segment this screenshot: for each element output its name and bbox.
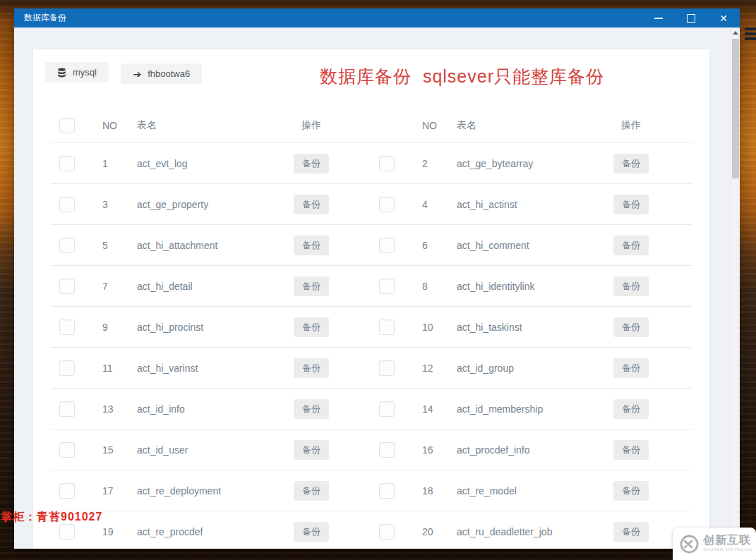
backup-button-left[interactable]: 备份 (294, 440, 329, 460)
window-title: 数据库备份 (24, 12, 66, 24)
row-table-name-left: act_ge_property (137, 199, 283, 210)
backup-button-left[interactable]: 备份 (294, 317, 329, 337)
backup-button-left[interactable]: 备份 (294, 399, 329, 419)
row-table-name-left: act_hi_varinst (137, 363, 283, 374)
header-name-left: 表名 (137, 119, 283, 132)
backup-button-right[interactable]: 备份 (613, 522, 649, 542)
close-button[interactable]: ✕ (707, 8, 740, 28)
backup-button-right[interactable]: 备份 (613, 481, 649, 501)
table-row: 9 act_hi_procinst 备份 10 act_hi_taskinst … (51, 307, 692, 348)
row-no-left: 5 (102, 240, 137, 251)
row-checkbox-left[interactable] (59, 156, 75, 171)
backup-button-left[interactable]: 备份 (294, 481, 329, 501)
table-row: 15 act_id_user 备份 16 act_procdef_info 备份 (51, 430, 692, 470)
scrollbar-thumb[interactable] (732, 39, 739, 178)
table-row: 3 act_ge_property 备份 4 act_hi_actinst 备份 (51, 184, 692, 225)
brand-watermark: 创新互联 CHUANG XIN HULIAN (673, 528, 756, 560)
table-row: 5 act_hi_attachment 备份 6 act_hi_comment … (51, 225, 692, 266)
mysql-button-label: mysql (73, 67, 97, 78)
brand-name: 创新互联 (703, 534, 752, 547)
row-checkbox-left[interactable] (59, 319, 75, 335)
backup-button-right[interactable]: 备份 (613, 358, 649, 378)
mysql-button[interactable]: mysql (45, 62, 109, 83)
backup-button-left[interactable]: 备份 (294, 195, 329, 214)
row-table-name-right: act_hi_taskinst (457, 322, 603, 333)
row-table-name-right: act_ge_bytearray (457, 158, 603, 169)
row-no-right: 18 (422, 485, 457, 497)
backup-button-left[interactable]: 备份 (294, 276, 329, 296)
database-icon (57, 68, 66, 78)
backup-button-right[interactable]: 备份 (613, 195, 649, 214)
row-no-right: 4 (422, 199, 457, 210)
maximize-icon (687, 14, 695, 23)
table-row: 19 act_re_procdef 备份 20 act_ru_deadlette… (51, 511, 692, 549)
row-no-right: 12 (422, 363, 457, 374)
backup-button-right[interactable]: 备份 (613, 154, 649, 174)
brand-logo-icon (680, 535, 699, 556)
table-row: 1 act_evt_log 备份 2 act_ge_bytearray 备份 (51, 143, 692, 184)
row-no-right: 2 (422, 158, 457, 169)
row-table-name-right: act_re_model (457, 485, 603, 497)
vertical-scrollbar[interactable] (731, 28, 740, 549)
row-checkbox-right[interactable] (379, 360, 395, 376)
scroll-up-icon (733, 31, 738, 35)
backup-table: NO 表名 操作 NO 表名 操作 1 act_evt_log 备份 2 act… (51, 108, 692, 549)
target-db-button[interactable]: ➔ fhbootwa6 (121, 63, 202, 84)
row-no-left: 15 (102, 444, 137, 456)
toolbar: mysql ➔ fhbootwa6 数据库备份 sqlsever只能整库备份 (33, 49, 709, 89)
row-checkbox-left[interactable] (59, 197, 75, 212)
row-checkbox-left[interactable] (59, 442, 75, 458)
row-checkbox-right[interactable] (379, 156, 395, 171)
backup-button-left[interactable]: 备份 (294, 236, 329, 255)
row-table-name-left: act_re_procdef (137, 526, 283, 537)
target-db-button-label: fhbootwa6 (148, 68, 190, 79)
row-checkbox-left[interactable] (59, 401, 75, 417)
table-row: 13 act_id_info 备份 14 act_id_membership 备… (51, 389, 692, 430)
row-no-left: 19 (102, 526, 137, 537)
scroll-up-button[interactable] (731, 28, 740, 37)
row-table-name-left: act_re_deployment (137, 485, 283, 497)
row-checkbox-right[interactable] (379, 442, 395, 458)
row-table-name-right: act_id_group (457, 363, 603, 374)
select-all-checkbox[interactable] (59, 118, 75, 133)
row-checkbox-left[interactable] (59, 360, 75, 376)
row-table-name-left: act_hi_procinst (137, 322, 283, 333)
backup-button-right[interactable]: 备份 (613, 276, 649, 296)
row-checkbox-right[interactable] (379, 279, 395, 294)
backup-button-right[interactable]: 备份 (613, 236, 649, 255)
row-checkbox-left[interactable] (59, 238, 75, 253)
minimize-button[interactable] (642, 8, 675, 28)
row-no-right: 8 (422, 281, 457, 292)
row-checkbox-right[interactable] (379, 238, 395, 253)
seller-watermark: 掌柜：青苔901027 (1, 510, 102, 525)
row-checkbox-left[interactable] (59, 524, 75, 540)
backup-button-right[interactable]: 备份 (613, 399, 649, 419)
backup-button-left[interactable]: 备份 (294, 154, 329, 174)
header-name-right: 表名 (457, 119, 603, 132)
database-backup-window: 数据库备份 ✕ mysql ➔ (14, 8, 740, 549)
table-row: 17 act_re_deployment 备份 18 act_re_model … (51, 470, 692, 511)
header-no-left: NO (102, 120, 137, 131)
row-table-name-right: act_hi_comment (457, 240, 603, 251)
row-checkbox-right[interactable] (379, 319, 395, 335)
row-checkbox-left[interactable] (59, 279, 75, 294)
backup-button-left[interactable]: 备份 (294, 522, 329, 542)
row-checkbox-right[interactable] (379, 524, 395, 540)
row-checkbox-right[interactable] (379, 197, 395, 212)
row-checkbox-left[interactable] (59, 483, 75, 499)
row-no-left: 3 (102, 199, 137, 210)
backup-button-right[interactable]: 备份 (613, 317, 649, 337)
titlebar[interactable]: 数据库备份 ✕ (14, 8, 740, 28)
row-table-name-left: act_id_user (137, 444, 283, 456)
backup-button-left[interactable]: 备份 (294, 358, 329, 378)
desktop-menu-icon[interactable] (745, 28, 756, 42)
backup-button-right[interactable]: 备份 (613, 440, 649, 460)
row-table-name-left: act_hi_detail (137, 281, 283, 292)
maximize-button[interactable] (675, 8, 707, 28)
row-checkbox-right[interactable] (379, 483, 395, 499)
close-icon: ✕ (719, 13, 728, 23)
row-no-right: 20 (422, 526, 457, 537)
table-row: 7 act_hi_detail 备份 8 act_hi_identitylink… (51, 266, 692, 307)
row-checkbox-right[interactable] (379, 401, 395, 417)
table-row: 11 act_hi_varinst 备份 12 act_id_group 备份 (51, 348, 692, 389)
